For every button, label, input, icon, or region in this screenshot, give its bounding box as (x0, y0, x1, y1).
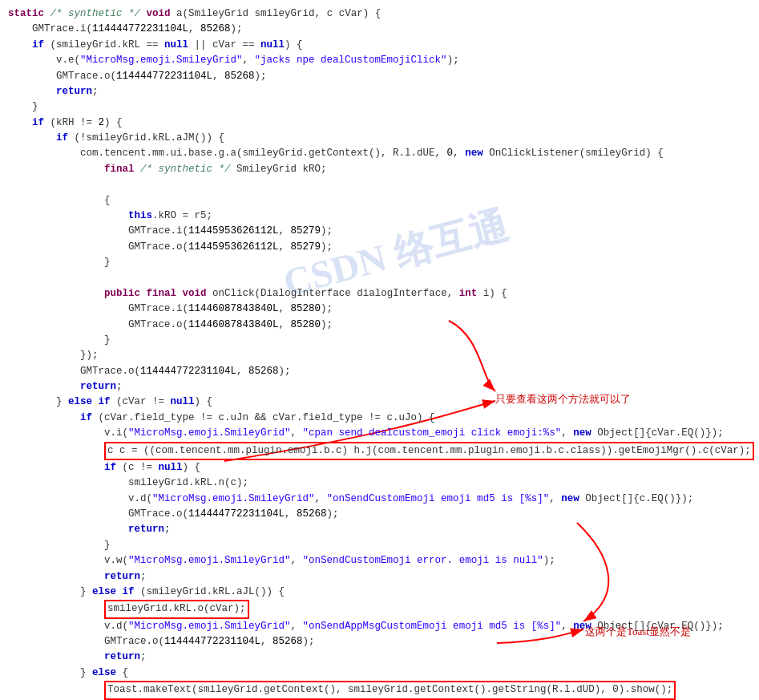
code-line: } (8, 99, 751, 115)
code-line: GMTrace.i(11446087843840L, 85280); (8, 301, 751, 317)
code-line: GMTrace.o(114444772231104L, 85268); (8, 69, 751, 84)
code-line: static /* synthetic */ void a(SmileyGrid… (8, 6, 751, 22)
code-line: com.tencent.mm.ui.base.g.a(smileyGrid.ge… (8, 146, 751, 161)
code-line: if (c != null) { (8, 460, 751, 475)
code-line: } else if (cVar != null) { (8, 395, 751, 410)
code-line: return; (8, 379, 751, 395)
code-line: if (cVar.field_type != c.uJn && cVar.fie… (8, 411, 751, 426)
code-line: final /* synthetic */ SmileyGrid kRO; (8, 162, 751, 177)
code-block: static /* synthetic */ void a(SmileyGrid… (8, 6, 751, 700)
code-line: }); (8, 348, 751, 363)
code-line: GMTrace.o(114444772231104L, 85268); (8, 364, 751, 379)
code-container: CSDN 络互通 static /* synthetic */ void a(S… (0, 0, 759, 700)
code-line: { (8, 193, 751, 208)
annotation-1: 只要查看这两个方法就可以了 (495, 391, 631, 407)
code-line: v.d("MicroMsg.emoji.SmileyGrid", "onSend… (8, 492, 751, 507)
code-line: public final void onClick(DialogInterfac… (8, 286, 751, 301)
code-line: v.e("MicroMsg.emoji.SmileyGrid", "jacks … (8, 53, 751, 68)
code-line: GMTrace.o(114444772231104L, 85268); (8, 507, 751, 522)
code-line-redbox-1: c c = ((com.tencent.mm.plugin.emoji.b.c)… (8, 442, 751, 460)
code-line (8, 270, 751, 285)
code-line: GMTrace.i(11445953626112L, 85279); (8, 224, 751, 239)
annotation-2: 这两个是Toast显然不是 (585, 624, 691, 640)
code-line: smileyGrid.kRL.n(c); (8, 475, 751, 491)
code-line-redbox-2: smileyGrid.kRL.o(cVar); (8, 600, 751, 618)
code-line: if (!smileyGrid.kRL.aJM()) { (8, 131, 751, 146)
code-line: if (kRH != 2) { (8, 115, 751, 131)
code-line: return; (8, 649, 751, 665)
code-line: if (smileyGrid.kRL == null || cVar == nu… (8, 38, 751, 53)
code-line: GMTrace.o(11446087843840L, 85280); (8, 318, 751, 333)
code-line: } (8, 255, 751, 270)
code-line: GMTrace.i(114444772231104L, 85268); (8, 22, 751, 37)
code-line: v.i("MicroMsg.emoji.SmileyGrid", "cpan s… (8, 426, 751, 441)
code-line (8, 177, 751, 192)
code-line: } else if (smileyGrid.kRL.aJL()) { (8, 585, 751, 600)
code-line: return; (8, 569, 751, 585)
code-line: v.w("MicroMsg.emoji.SmileyGrid", "onSend… (8, 553, 751, 568)
code-line-redbox-3: Toast.makeText(smileyGrid.getContext(), … (8, 681, 751, 699)
code-line: } (8, 538, 751, 553)
code-line: return; (8, 84, 751, 99)
code-line: } else { (8, 666, 751, 681)
code-line: GMTrace.o(11445953626112L, 85279); (8, 240, 751, 255)
code-line: } (8, 333, 751, 348)
code-line: return; (8, 522, 751, 537)
code-line: this.kRO = r5; (8, 208, 751, 224)
